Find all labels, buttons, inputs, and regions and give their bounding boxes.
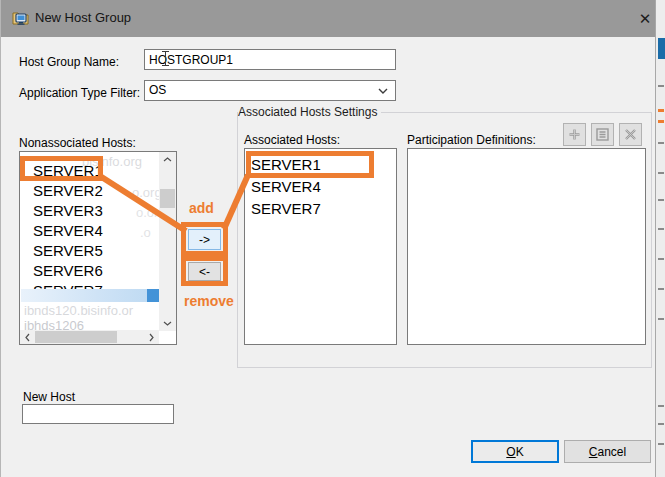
delete-definition-button[interactable] [619, 123, 642, 146]
dialog-title: New Host Group [35, 10, 131, 25]
new-host-group-dialog: New Host Group ✕ Host Group Name: Applic… [0, 0, 656, 477]
list-item[interactable]: SERVER4 [245, 176, 396, 198]
background-blue-block [658, 38, 665, 59]
add-annotation-label: add [189, 200, 214, 216]
associated-hosts-label: Associated Hosts: [244, 133, 340, 147]
list-item[interactable]: SERVER1 [20, 161, 158, 181]
new-host-label: New Host [23, 390, 75, 404]
list-item[interactable]: SERVER4 [20, 221, 158, 241]
vertical-scrollbar[interactable] [159, 152, 176, 331]
ok-button[interactable]: OK [471, 440, 559, 463]
scrollbar-thumb[interactable] [160, 189, 175, 208]
background-window-strip [657, 0, 665, 477]
remove-annotation-label: remove [184, 293, 234, 309]
list-item[interactable]: SERVER1 [245, 154, 396, 176]
list-item[interactable]: SERVER6 [20, 261, 158, 281]
host-group-name-label: Host Group Name: [19, 55, 119, 69]
chevron-down-icon [378, 88, 388, 94]
list-item[interactable]: SERVER5 [20, 241, 158, 261]
add-definition-button[interactable] [563, 123, 586, 146]
remove-host-button[interactable]: <- [188, 262, 221, 281]
plus-icon [568, 128, 581, 141]
list-icon [596, 128, 609, 141]
new-host-input[interactable] [22, 404, 174, 424]
application-type-filter-value: OS [149, 83, 166, 97]
nonassociated-hosts-label: Nonassociated Hosts: [19, 136, 136, 150]
scrollbar-thumb[interactable] [35, 331, 117, 343]
application-type-filter-select[interactable]: OS [144, 80, 396, 101]
cancel-button[interactable]: Cancel [564, 440, 651, 463]
scroll-up-icon[interactable] [159, 152, 176, 167]
group-title: Associated Hosts Settings [238, 105, 381, 119]
ghost-text: ibnds120.bisinfo.or [24, 303, 133, 318]
host-group-icon [12, 10, 30, 26]
host-group-name-input[interactable] [144, 49, 396, 70]
ghost-selection-row [21, 289, 160, 302]
delete-icon [624, 128, 637, 141]
list-item[interactable]: SERVER2 [20, 181, 158, 201]
application-type-filter-label: Application Type Filter: [19, 86, 140, 100]
edit-definition-button[interactable] [591, 123, 614, 146]
add-host-button[interactable]: -> [188, 229, 221, 250]
nonassociated-hosts-list[interactable]: bisinfo.org o.org o.org .o SERVER1SERVER… [19, 151, 177, 345]
list-item[interactable]: SERVER3 [20, 201, 158, 221]
participation-definitions-label: Participation Definitions: [407, 133, 536, 147]
list-item[interactable]: SERVER7 [245, 198, 396, 220]
close-icon[interactable]: ✕ [633, 8, 657, 30]
associated-hosts-list[interactable]: SERVER1SERVER4SERVER7 [244, 148, 397, 345]
horizontal-scrollbar[interactable] [20, 330, 159, 344]
scroll-down-icon[interactable] [159, 316, 176, 331]
title-bar: New Host Group ✕ [1, 0, 655, 37]
scroll-left-icon[interactable] [20, 330, 35, 344]
participation-definitions-list[interactable] [407, 148, 646, 345]
scroll-right-icon[interactable] [144, 330, 159, 344]
